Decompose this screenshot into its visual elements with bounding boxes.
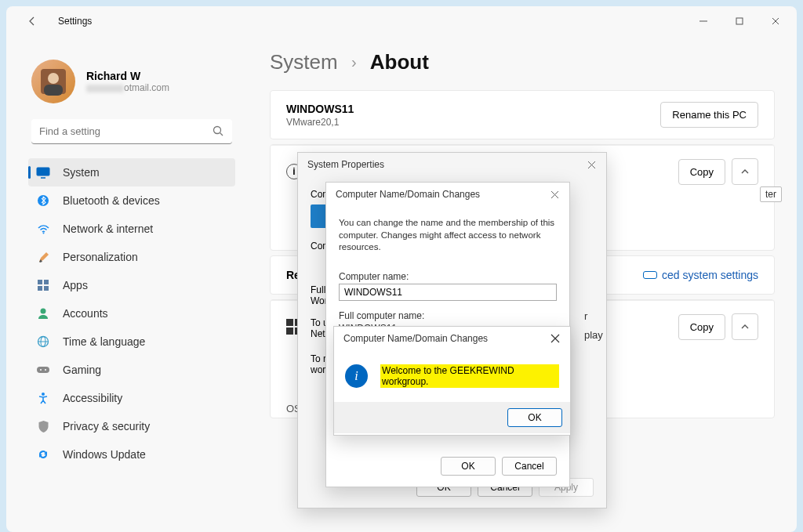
- full-computer-name-label: Full computer name:: [339, 310, 557, 321]
- wifi-icon: [36, 223, 50, 236]
- svg-rect-19: [37, 367, 49, 373]
- frag-play: play: [584, 329, 603, 341]
- avatar: [31, 60, 75, 103]
- svg-point-10: [42, 232, 44, 233]
- nav-privacy[interactable]: Privacy & security: [28, 412, 235, 440]
- search-icon: [213, 125, 224, 140]
- cancel-button[interactable]: Cancel: [502, 457, 557, 476]
- collapse-button-2[interactable]: [732, 313, 758, 340]
- dialog-title: System Properties: [307, 159, 384, 170]
- back-button[interactable]: [25, 14, 39, 28]
- ok-button[interactable]: OK: [441, 457, 496, 476]
- change-button-fragment[interactable]: ter: [760, 186, 782, 202]
- update-icon: [36, 448, 50, 461]
- globe-icon: [36, 335, 50, 348]
- shield-icon: [36, 420, 50, 433]
- svg-point-20: [40, 369, 42, 371]
- collapse-button[interactable]: [732, 158, 758, 185]
- computer-name-input[interactable]: [339, 284, 557, 301]
- svg-rect-11: [38, 280, 42, 284]
- advanced-fragment-box[interactable]: [643, 271, 657, 279]
- advanced-system-settings-link[interactable]: ced system settings: [662, 269, 758, 281]
- accessibility-icon: [36, 392, 50, 404]
- dialog-title: Computer Name/Domain Changes: [336, 189, 480, 200]
- chevron-right-icon: ›: [351, 53, 357, 71]
- breadcrumb-current: About: [370, 50, 429, 74]
- user-email: otmail.com: [86, 82, 169, 93]
- dialog-description: You can change the name and the membersh…: [339, 217, 557, 254]
- nav-personalization[interactable]: Personalization: [28, 243, 235, 271]
- svg-point-5: [214, 127, 221, 134]
- brush-icon: [36, 251, 50, 264]
- copy-button-2[interactable]: Copy: [678, 314, 725, 340]
- nav-time-language[interactable]: Time & language: [28, 328, 235, 356]
- window-title: Settings: [58, 16, 92, 27]
- apps-icon: [36, 279, 50, 291]
- person-icon: [36, 307, 50, 320]
- svg-rect-4: [44, 85, 63, 96]
- copy-button[interactable]: Copy: [678, 159, 725, 185]
- info-icon: i: [345, 364, 368, 388]
- nav-update[interactable]: Windows Update: [28, 440, 235, 469]
- close-button[interactable]: [758, 9, 794, 33]
- svg-rect-12: [44, 280, 49, 284]
- nav-bluetooth[interactable]: Bluetooth & devices: [28, 186, 235, 215]
- close-icon[interactable]: [550, 333, 561, 344]
- user-name: Richard W: [86, 70, 169, 82]
- dialog-title: Computer Name/Domain Changes: [343, 333, 488, 344]
- breadcrumb-root[interactable]: System: [270, 50, 338, 74]
- nav-network[interactable]: Network & internet: [28, 215, 235, 243]
- pc-name: WINDOWS11: [286, 103, 354, 115]
- svg-point-15: [41, 309, 46, 314]
- nav-apps[interactable]: Apps: [28, 271, 235, 299]
- close-icon[interactable]: [549, 189, 560, 200]
- svg-rect-7: [37, 168, 49, 176]
- pc-model: VMware20,1: [286, 117, 354, 128]
- user-block[interactable]: Richard W otmail.com: [31, 60, 238, 103]
- svg-point-22: [42, 393, 45, 396]
- search-input[interactable]: [31, 119, 232, 144]
- frag-r: r: [584, 310, 587, 322]
- gaming-icon: [36, 364, 50, 375]
- maximize-button[interactable]: [721, 9, 758, 33]
- welcome-message-dialog: Computer Name/Domain Changes i Welcome t…: [333, 326, 571, 436]
- minimize-button[interactable]: [685, 9, 721, 33]
- svg-rect-13: [38, 286, 42, 291]
- message-text: Welcome to the GEEKREWIND workgroup.: [380, 364, 559, 388]
- display-icon: [36, 165, 50, 179]
- ok-button[interactable]: OK: [507, 408, 562, 427]
- nav-system[interactable]: System: [28, 158, 235, 186]
- svg-rect-14: [44, 286, 49, 291]
- svg-point-3: [48, 73, 59, 84]
- bluetooth-icon: [36, 194, 50, 207]
- nav-gaming[interactable]: Gaming: [28, 356, 235, 384]
- breadcrumb: System › About: [270, 50, 775, 74]
- nav-accessibility[interactable]: Accessibility: [28, 384, 235, 412]
- svg-point-21: [45, 369, 46, 371]
- titlebar: Settings: [6, 6, 797, 36]
- computer-name-label: Computer name:: [339, 271, 557, 282]
- svg-line-6: [220, 133, 223, 136]
- svg-rect-1: [736, 18, 743, 24]
- nav-accounts[interactable]: Accounts: [28, 299, 235, 328]
- close-icon[interactable]: [586, 159, 597, 170]
- rename-pc-button[interactable]: Rename this PC: [660, 102, 758, 128]
